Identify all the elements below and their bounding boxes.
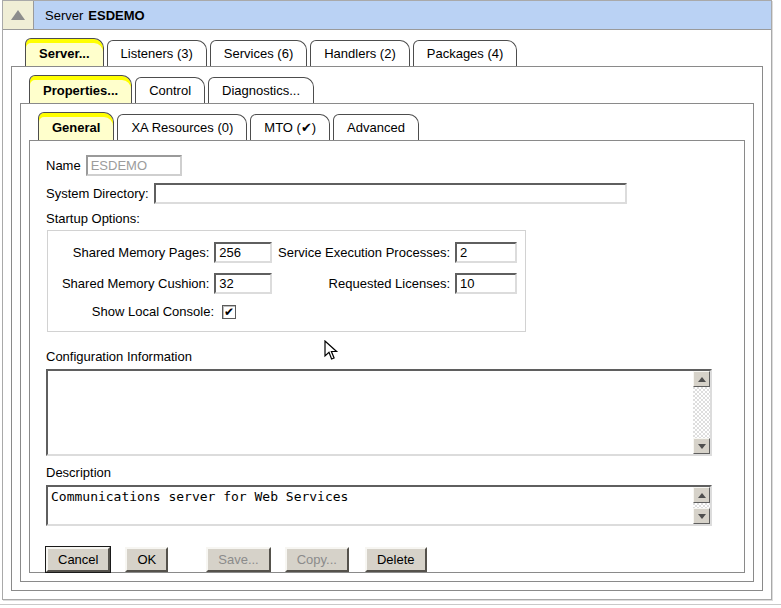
shared-memory-pages-field[interactable]	[214, 242, 272, 263]
scroll-down-button[interactable]	[693, 438, 710, 454]
tab-properties[interactable]: Properties...	[29, 75, 132, 103]
requested-licenses-field[interactable]	[455, 273, 517, 294]
system-directory-row: System Directory:	[46, 183, 744, 204]
tab-xa-resources[interactable]: XA Resources (0)	[117, 114, 247, 140]
copy-button[interactable]: Copy...	[285, 547, 349, 572]
arrow-up-icon	[698, 489, 706, 498]
startup-options-label: Startup Options:	[46, 211, 744, 226]
title-prefix: Server	[45, 8, 83, 23]
tab-diagnostics[interactable]: Diagnostics...	[208, 77, 314, 103]
tab-advanced[interactable]: Advanced	[333, 114, 419, 140]
tab-server[interactable]: Server...	[25, 38, 104, 66]
tab-bar-properties-level: Properties... Control Diagnostics...	[29, 75, 754, 103]
scroll-up-button[interactable]	[693, 371, 710, 387]
show-local-console-checkbox[interactable]: ✔	[222, 305, 236, 319]
configuration-information-textarea[interactable]	[48, 371, 693, 454]
tab-services[interactable]: Services (6)	[210, 40, 307, 66]
general-form: Name System Directory: Startup Options:	[30, 141, 744, 572]
scroll-down-button[interactable]	[693, 508, 710, 524]
cancel-button[interactable]: Cancel	[46, 547, 110, 572]
server-panel: Properties... Control Diagnostics... Gen…	[11, 66, 763, 591]
description-textarea[interactable]: Communications server for Web Services	[48, 487, 693, 524]
service-execution-processes-label: Service Execution Processes:	[272, 245, 450, 260]
action-buttons: Cancel OK Save... Copy... Delete	[46, 547, 744, 572]
page-bottom-divider	[0, 604, 781, 605]
name-row: Name	[46, 155, 744, 176]
server-admin-window: Server ESDEMO Server... Listeners (3) Se…	[2, 0, 772, 600]
tab-general[interactable]: General	[38, 112, 114, 140]
description-label: Description	[46, 465, 744, 480]
ok-button[interactable]: OK	[125, 547, 168, 572]
description-box: Communications server for Web Services	[46, 485, 712, 526]
shared-memory-pages-label: Shared Memory Pages:	[56, 245, 209, 260]
save-button[interactable]: Save...	[206, 547, 270, 572]
arrow-up-icon	[698, 373, 706, 382]
system-directory-field[interactable]	[154, 183, 627, 204]
tab-bar-server-level: Server... Listeners (3) Services (6) Han…	[25, 38, 763, 66]
arrow-down-icon	[698, 444, 706, 453]
startup-options-group: Shared Memory Pages: Service Execution P…	[47, 230, 526, 332]
scroll-up-button[interactable]	[693, 487, 710, 503]
system-directory-label: System Directory:	[46, 186, 149, 201]
name-field	[86, 155, 182, 176]
startup-row-1: Shared Memory Pages: Service Execution P…	[56, 242, 517, 263]
delete-button[interactable]: Delete	[365, 547, 427, 572]
tab-handlers[interactable]: Handlers (2)	[310, 40, 410, 66]
description-scrollbar[interactable]	[693, 487, 710, 524]
properties-panel: General XA Resources (0) MTO (✔) Advance…	[20, 103, 754, 582]
arrow-down-icon	[698, 514, 706, 523]
shared-memory-cushion-label: Shared Memory Cushion:	[56, 276, 209, 291]
title-bar: Server ESDEMO	[3, 1, 771, 30]
tab-control[interactable]: Control	[135, 77, 205, 103]
service-execution-processes-field[interactable]	[455, 242, 517, 263]
requested-licenses-label: Requested Licenses:	[272, 276, 450, 291]
shared-memory-cushion-field[interactable]	[214, 273, 272, 294]
properties-panel-content: General XA Resources (0) MTO (✔) Advance…	[21, 104, 753, 581]
general-panel: Name System Directory: Startup Options:	[29, 140, 745, 573]
startup-row-2: Shared Memory Cushion: Requested License…	[56, 273, 517, 294]
server-panel-content: Properties... Control Diagnostics... Gen…	[12, 67, 762, 590]
tab-mto[interactable]: MTO (✔)	[250, 114, 330, 140]
show-local-console-label: Show Local Console:	[56, 304, 214, 319]
configuration-scrollbar[interactable]	[693, 371, 710, 454]
collapse-button[interactable]	[3, 1, 34, 29]
tab-listeners[interactable]: Listeners (3)	[107, 40, 207, 66]
triangle-up-icon	[11, 10, 25, 20]
configuration-information-box	[46, 369, 712, 456]
name-label: Name	[46, 158, 81, 173]
title-strip: Server ESDEMO	[34, 1, 771, 29]
tab-bar-general-level: General XA Resources (0) MTO (✔) Advance…	[38, 112, 745, 140]
startup-row-3: Show Local Console: ✔	[56, 304, 517, 319]
server-name: ESDEMO	[88, 8, 144, 23]
tab-packages[interactable]: Packages (4)	[413, 40, 518, 66]
window-content: Server... Listeners (3) Services (6) Han…	[3, 30, 771, 600]
configuration-information-label: Configuration Information	[46, 349, 744, 364]
